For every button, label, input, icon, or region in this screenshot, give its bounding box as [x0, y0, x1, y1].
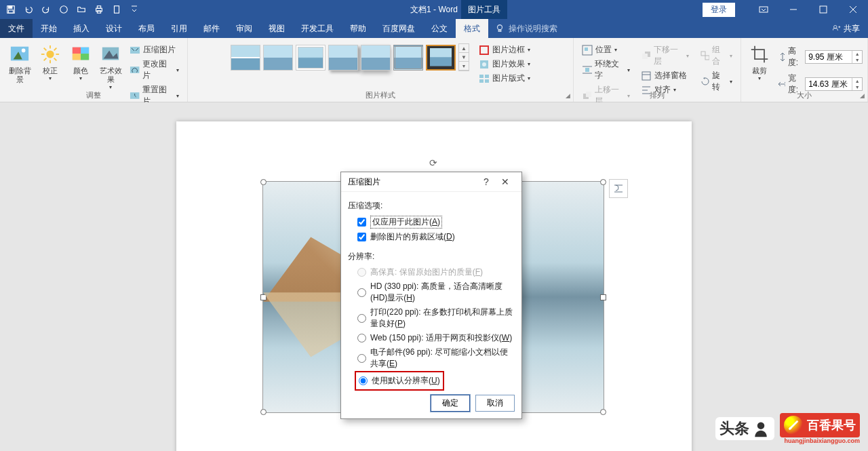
window-title: 文档1 - Word	[410, 4, 458, 16]
opt-email[interactable]: 电子邮件(96 ppi): 尽可能缩小文档以便共享(E)	[348, 345, 515, 371]
dialog-titlebar[interactable]: 压缩图片 ? ✕	[341, 172, 521, 192]
resize-handle[interactable]	[260, 179, 267, 185]
tab-design[interactable]: 设计	[98, 19, 130, 38]
minimize-icon[interactable]	[778, 0, 808, 19]
ribbon: 删除背景 校正▾ 颜色▾ 艺术效果▾ 压缩图片 更改图片 ▾ 重置图片 ▾ 调整	[0, 38, 868, 102]
resize-handle[interactable]	[600, 294, 606, 300]
width-input[interactable]	[806, 78, 852, 90]
svg-rect-31	[81, 54, 89, 60]
wrap-icon	[582, 64, 592, 75]
dialog-close-icon[interactable]: ✕	[496, 176, 515, 187]
svg-rect-30	[72, 54, 80, 60]
login-button[interactable]: 登录	[703, 3, 735, 17]
dialog-title: 压缩图片	[348, 176, 477, 188]
baixiangguo-icon	[784, 416, 803, 435]
opt-print[interactable]: 打印(220 ppi): 在多数打印机和屏幕上质量良好(P)	[348, 305, 515, 331]
save-icon[interactable]	[3, 1, 19, 18]
tab-insert[interactable]: 插入	[65, 19, 98, 38]
dialog-help-icon[interactable]: ?	[477, 176, 496, 187]
crop-button[interactable]: 裁剪▾	[746, 41, 774, 82]
selection-pane-button[interactable]: 选择窗格	[638, 69, 692, 82]
tab-format[interactable]: 格式	[456, 19, 488, 38]
position-button[interactable]: 位置 ▾	[579, 43, 633, 56]
qat-dropdown-icon[interactable]	[126, 1, 142, 18]
style-thumb[interactable]	[231, 45, 260, 71]
radio-hd[interactable]	[357, 288, 366, 297]
style-thumb[interactable]	[361, 45, 391, 71]
group-button[interactable]: 组合 ▾	[697, 43, 735, 68]
redo-icon[interactable]	[38, 1, 54, 18]
layout-options-button[interactable]	[609, 179, 628, 198]
tab-view[interactable]: 视图	[260, 19, 293, 38]
resize-handle[interactable]	[600, 179, 606, 185]
wrap-text-button[interactable]: 环绕文字 ▾	[579, 58, 633, 82]
baixiangguo-watermark: 百香果号	[780, 413, 860, 437]
window-controls: 登录	[703, 0, 868, 19]
opt-delete-cropped[interactable]: 删除图片的剪裁区域(D)	[348, 230, 515, 244]
tab-mailings[interactable]: 邮件	[195, 19, 228, 38]
svg-rect-58	[705, 56, 709, 60]
group-label-arrange: 排列	[574, 90, 741, 100]
style-thumb[interactable]	[296, 45, 326, 71]
tab-baidu[interactable]: 百度网盘	[374, 19, 423, 38]
tab-references[interactable]: 引用	[163, 19, 195, 38]
svg-rect-8	[760, 7, 768, 12]
share-button[interactable]: 共享	[825, 23, 868, 35]
picture-border-button[interactable]: 图片边框 ▾	[476, 43, 533, 56]
height-input[interactable]	[806, 51, 852, 63]
gallery-scroll[interactable]: ▲▼▾	[458, 43, 469, 71]
open-icon[interactable]	[73, 1, 90, 18]
rotate-handle-icon[interactable]: ⟳	[429, 157, 437, 168]
maximize-icon[interactable]	[808, 0, 838, 19]
brightness-icon	[39, 43, 61, 65]
radio-print[interactable]	[357, 314, 366, 323]
resize-handle[interactable]	[600, 409, 606, 415]
lightbulb-icon	[495, 24, 505, 33]
tab-help[interactable]: 帮助	[342, 19, 374, 38]
checkbox-apply-only[interactable]	[357, 218, 366, 227]
change-picture-button[interactable]: 更改图片 ▾	[127, 58, 182, 82]
opt-hd[interactable]: HD (330 ppi): 高质量，适合高清晰度(HD)显示(H)	[348, 279, 515, 305]
tell-me-search[interactable]: 操作说明搜索	[488, 23, 564, 35]
radio-email[interactable]	[357, 354, 366, 363]
svg-point-61	[757, 422, 765, 429]
ok-button[interactable]: 确定	[431, 395, 470, 412]
height-field[interactable]: 高度: ▲▼	[778, 45, 863, 69]
tab-review[interactable]: 审阅	[228, 19, 260, 38]
send-backward-button[interactable]: 下移一层 ▾	[638, 43, 692, 68]
resize-handle[interactable]	[260, 294, 267, 300]
style-thumb[interactable]	[393, 45, 423, 71]
style-thumb[interactable]	[263, 45, 293, 71]
group-label-adjust: 调整	[0, 90, 187, 100]
compress-pictures-button[interactable]: 压缩图片	[127, 43, 182, 56]
svg-point-13	[498, 25, 502, 30]
close-icon[interactable]	[838, 0, 868, 19]
effects-icon	[479, 59, 490, 70]
style-thumb-selected[interactable]	[426, 45, 456, 71]
radio-web[interactable]	[357, 334, 366, 342]
undo-icon[interactable]	[20, 1, 37, 18]
tab-gongwen[interactable]: 公文	[423, 19, 456, 38]
tab-developer[interactable]: 开发工具	[293, 19, 342, 38]
resize-handle[interactable]	[260, 409, 267, 415]
new-icon[interactable]	[56, 1, 72, 18]
radio-default[interactable]	[359, 376, 368, 385]
picture-layout-button[interactable]: 图片版式 ▾	[476, 72, 533, 85]
ribbon-options-icon[interactable]	[749, 0, 778, 19]
opt-web[interactable]: Web (150 ppi): 适用于网页和投影仪(W)	[348, 331, 515, 345]
style-gallery[interactable]: ▲▼▾	[228, 41, 472, 74]
height-icon	[778, 52, 785, 62]
tab-file[interactable]: 文件	[0, 19, 33, 38]
page-icon[interactable]	[108, 1, 125, 18]
checkbox-delete-cropped[interactable]	[357, 233, 366, 241]
opt-default[interactable]: 使用默认分辨率(U)	[359, 374, 440, 388]
svg-rect-42	[485, 79, 489, 83]
cancel-button[interactable]: 取消	[475, 395, 515, 412]
tab-home[interactable]: 开始	[33, 19, 65, 38]
style-thumb[interactable]	[328, 45, 358, 71]
group-arrange: 位置 ▾ 环绕文字 ▾ 上移一层 ▾ 下移一层 ▾ 选择窗格 对齐 ▾ 组合 ▾…	[574, 38, 741, 102]
tab-layout[interactable]: 布局	[130, 19, 163, 38]
print-icon[interactable]	[91, 1, 107, 18]
opt-apply-only[interactable]: 仅应用于此图片(A)	[348, 214, 515, 230]
picture-effects-button[interactable]: 图片效果 ▾	[476, 58, 533, 71]
